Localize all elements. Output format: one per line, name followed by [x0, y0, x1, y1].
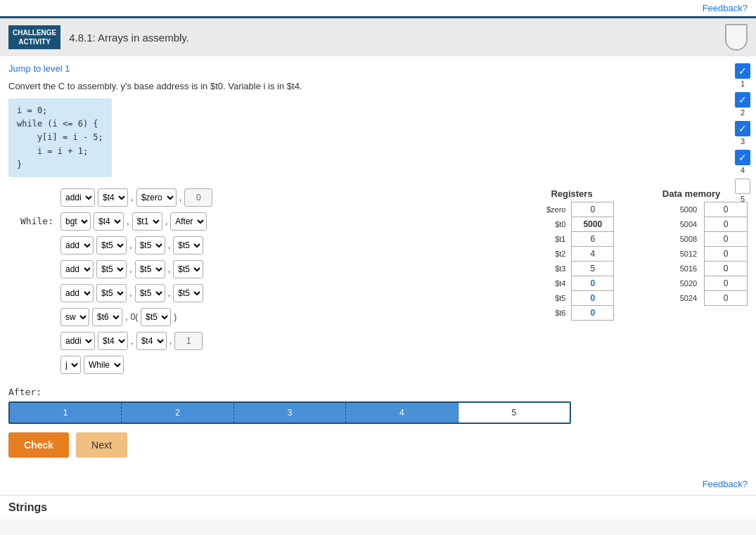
- row8-target-select[interactable]: While: [84, 356, 124, 374]
- registers-title: Registers: [530, 188, 614, 199]
- jump-to-level-link[interactable]: Jump to level 1: [8, 63, 70, 74]
- data-memory-title: Data memory: [635, 188, 748, 199]
- check-button[interactable]: Check: [8, 432, 69, 458]
- code-block: i = 0; while (i <= 6) { y[i] = i - 5; i …: [8, 98, 112, 177]
- nav-item-4[interactable]: ✓ 4: [735, 150, 750, 174]
- row5-reg1-select[interactable]: $t5: [96, 284, 127, 302]
- reg-name-t4: $t4: [530, 276, 572, 290]
- row4-op-select[interactable]: add: [60, 260, 94, 278]
- assembly-row-4: add $t5 , $t5 , $t5: [8, 260, 508, 278]
- level-bar[interactable]: 1 2 3 4 5: [8, 401, 571, 424]
- row3-reg1-select[interactable]: $t5: [96, 236, 127, 254]
- reg-val-t4: 0: [572, 276, 614, 290]
- mem-row-5000: 5000 0: [635, 202, 748, 217]
- row3-reg2-select[interactable]: $t5: [135, 236, 165, 254]
- nav-num-3: 3: [741, 137, 745, 146]
- reg-name-t0: $t0: [530, 217, 572, 231]
- row2-label: While:: [8, 216, 58, 226]
- side-nav: ✓ 1 ✓ 2 ✓ 3 ✓ 4 5: [735, 63, 750, 203]
- mem-row-5008: 5008 0: [635, 231, 748, 246]
- mem-addr-5008: 5008: [635, 231, 705, 246]
- row4-reg2-select[interactable]: $t5: [135, 260, 165, 278]
- level-seg-5[interactable]: 5: [459, 403, 570, 423]
- reg-val-t5: 0: [572, 290, 614, 305]
- mem-row-5020: 5020 0: [635, 276, 748, 290]
- reg-val-t0: 5000: [572, 217, 614, 231]
- challenge-header: CHALLENGE ACTIVITY 4.8.1: Arrays in asse…: [0, 16, 756, 56]
- row4-reg3-select[interactable]: $t5: [173, 260, 203, 278]
- mem-addr-5012: 5012: [635, 246, 705, 261]
- assembly-row-6: sw $t6 , 0( $t5 ): [8, 308, 508, 326]
- row2-reg1-select[interactable]: $t4: [94, 212, 124, 231]
- assembly-row-1: addi $t4 , $zero ,: [8, 188, 508, 207]
- nav-item-5[interactable]: 5: [735, 179, 750, 203]
- row2-reg2-select[interactable]: $t1: [132, 212, 162, 231]
- mem-row-5016: 5016 0: [635, 261, 748, 276]
- nav-check-3[interactable]: ✓: [735, 121, 750, 136]
- reg-name-t1: $t1: [530, 231, 572, 246]
- nav-check-empty-5[interactable]: [735, 179, 750, 194]
- level-seg-3[interactable]: 3: [234, 403, 346, 423]
- top-feedback-link[interactable]: Feedback?: [703, 3, 748, 13]
- row1-imm-input[interactable]: [184, 188, 212, 207]
- reg-name-t3: $t3: [530, 261, 572, 276]
- row7-imm-input[interactable]: [174, 332, 203, 350]
- row7-op-select[interactable]: addi: [60, 332, 95, 350]
- row6-base-select[interactable]: $t5: [141, 308, 171, 326]
- assembly-row-7: addi $t4 , $t4 ,: [8, 332, 508, 350]
- mem-addr-5020: 5020: [635, 276, 705, 290]
- mem-val-5020: 0: [705, 276, 748, 290]
- reg-row-t0: $t0 5000: [530, 217, 614, 231]
- sw-offset-text: 0(: [131, 312, 139, 322]
- mem-addr-5024: 5024: [635, 290, 705, 305]
- reg-row-t6: $t6 0: [530, 305, 614, 320]
- row6-op-select[interactable]: sw: [60, 308, 89, 326]
- nav-check-1[interactable]: ✓: [735, 63, 750, 79]
- bottom-feedback-link[interactable]: Feedback?: [703, 479, 748, 489]
- row4-reg1-select[interactable]: $t5: [96, 260, 127, 278]
- nav-item-3[interactable]: ✓ 3: [735, 121, 750, 146]
- row2-label-select[interactable]: After: [170, 212, 207, 231]
- row5-op-select[interactable]: add: [60, 284, 94, 302]
- nav-check-4[interactable]: ✓: [735, 150, 750, 165]
- nav-check-2[interactable]: ✓: [735, 92, 750, 108]
- assembly-row-2: While: bgt $t4 , $t1 , After: [8, 212, 508, 231]
- mem-val-5008: 0: [705, 231, 748, 246]
- reg-val-zero: 0: [572, 202, 614, 217]
- row6-reg1-select[interactable]: $t6: [92, 308, 122, 326]
- assembly-row-3: add $t5 , $t5 , $t5: [8, 236, 508, 254]
- row3-op-select[interactable]: add: [60, 236, 94, 254]
- nav-item-2[interactable]: ✓ 2: [735, 92, 750, 117]
- row1-reg1-select[interactable]: $t4: [98, 188, 128, 207]
- content-area: Jump to level 1 Convert the C to assembl…: [8, 63, 748, 469]
- assembly-area: addi $t4 , $zero , While: bgt $t4 , $t1: [8, 188, 748, 380]
- mem-val-5024: 0: [705, 290, 748, 305]
- reg-val-t6: 0: [572, 305, 614, 320]
- registers-table: Registers $zero 0 $t0 5000 $t1 6: [530, 188, 614, 321]
- mem-row-5004: 5004 0: [635, 217, 748, 231]
- row1-op-select[interactable]: addi: [60, 188, 95, 207]
- row1-reg2-select[interactable]: $zero: [136, 188, 177, 207]
- row5-reg2-select[interactable]: $t5: [135, 284, 165, 302]
- mem-val-5012: 0: [705, 246, 748, 261]
- row8-op-select[interactable]: j: [60, 356, 81, 374]
- reg-row-t3: $t3 5: [530, 261, 614, 276]
- main-content: Jump to level 1 Convert the C to assembl…: [0, 56, 756, 476]
- row5-reg3-select[interactable]: $t5: [173, 284, 203, 302]
- row7-reg1-select[interactable]: $t4: [98, 332, 128, 350]
- next-button[interactable]: Next: [76, 432, 127, 458]
- row3-reg3-select[interactable]: $t5: [173, 236, 203, 254]
- assembly-row-8: j While: [8, 356, 508, 374]
- reg-row-t4: $t4 0: [530, 276, 614, 290]
- level-seg-2[interactable]: 2: [122, 403, 233, 423]
- registers-data-table: $zero 0 $t0 5000 $t1 6 $t2: [530, 202, 614, 321]
- mem-val-5004: 0: [705, 217, 748, 231]
- row7-reg2-select[interactable]: $t4: [136, 332, 167, 350]
- reg-name-zero: $zero: [530, 202, 572, 217]
- row2-op-select[interactable]: bgt: [60, 212, 91, 231]
- instructions-text: Convert the C to assembly. y's base addr…: [8, 81, 748, 91]
- strings-section-header: Strings: [0, 495, 756, 520]
- level-seg-4[interactable]: 4: [346, 403, 458, 423]
- level-seg-1[interactable]: 1: [10, 403, 122, 423]
- nav-item-1[interactable]: ✓ 1: [735, 63, 750, 88]
